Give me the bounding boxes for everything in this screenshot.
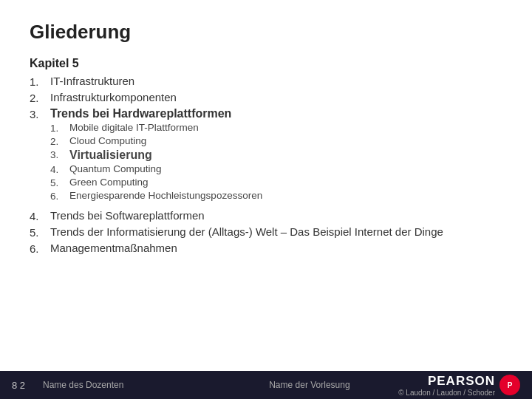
item-3-num: 3. [30,107,50,120]
main-content: Gliederung Kapitel 5 1. IT-Infrastruktur… [0,0,532,302]
item-6-num: 6. [30,242,50,255]
pearson-icon: P [499,375,520,395]
subitem-3-6-num: 6. [50,190,69,202]
item-1-label: IT-Infrastrukturen [50,75,134,87]
list-item-1: 1. IT-Infrastrukturen [30,75,502,88]
pearson-logo-sub: © Laudon / Laudon / Schoder [398,389,495,397]
subitem-3-3-label: Virtualisierung [69,149,152,162]
footer: 8 2 Name des Dozenten Name der Vorlesung… [0,371,532,399]
list-item-2: 2. Infrastrukturkomponenten [30,91,502,104]
subitem-3-2-num: 2. [50,135,69,147]
subitem-3-4-label: Quantum Computing [69,163,162,174]
item-1-num: 1. [30,75,50,88]
footer-page-num: 8 2 [12,380,34,391]
subitem-3-2-label: Cloud Computing [69,135,146,146]
list-item-4: 4. Trends bei Softwareplattformen [30,209,502,222]
item-2-label: Infrastrukturkomponenten [50,91,177,103]
item-5-label: Trends der Informatisierung der (Alltags… [50,225,443,238]
list-item-6: 6. Managementmaßnahmen [30,242,502,255]
subitem-3-5: 5. Green Computing [30,177,262,188]
subitem-3-3: 3. Virtualisierung [30,149,262,162]
item-4-num: 4. [30,209,50,222]
subitem-3-1: 1. Mobile digitale IT-Plattformen [30,122,262,134]
item-6-label: Managementmaßnahmen [50,242,177,254]
kapitel-label: Kapitel 5 [30,57,502,70]
footer-left-text: Name des Dozenten [43,380,221,390]
subitem-3-6-label: Energiesparende Hochleistungspozessoren [69,190,262,201]
subitem-3-4: 4. Quantum Computing [30,163,262,175]
subitem-3-1-label: Mobile digitale IT-Plattformen [69,122,199,133]
subitem-3-3-num: 3. [50,149,69,160]
svg-text:P: P [508,381,513,389]
subitem-3-6: 6. Energiesparende Hochleistungspozessor… [30,190,262,202]
footer-center-text: Name der Vorlesung [221,380,399,390]
subitem-3-5-num: 5. [50,177,69,188]
sub-list-3: 1. Mobile digitale IT-Plattformen 2. Clo… [30,122,262,203]
pearson-logo-text: PEARSON [398,374,495,389]
pearson-logo-svg: P [504,379,516,391]
subitem-3-4-num: 4. [50,163,69,175]
subitem-3-5-label: Green Computing [69,177,149,188]
page-title: Gliederung [30,21,502,44]
item-2-num: 2. [30,91,50,104]
footer-logo: PEARSON © Laudon / Laudon / Schoder P [398,374,520,397]
item-5-num: 5. [30,225,50,239]
list-item-3: 3. Trends bei Hardwareplattformen 1. Mob… [30,107,502,206]
item-4-label: Trends bei Softwareplattformen [50,209,205,222]
list-item-5: 5. Trends der Informatisierung der (Allt… [30,225,502,239]
item-3-label: Trends bei Hardwareplattformen [50,107,231,120]
subitem-3-2: 2. Cloud Computing [30,135,262,147]
subitem-3-1-num: 1. [50,122,69,134]
top-level-list: 1. IT-Infrastrukturen 2. Infrastrukturko… [30,75,502,255]
